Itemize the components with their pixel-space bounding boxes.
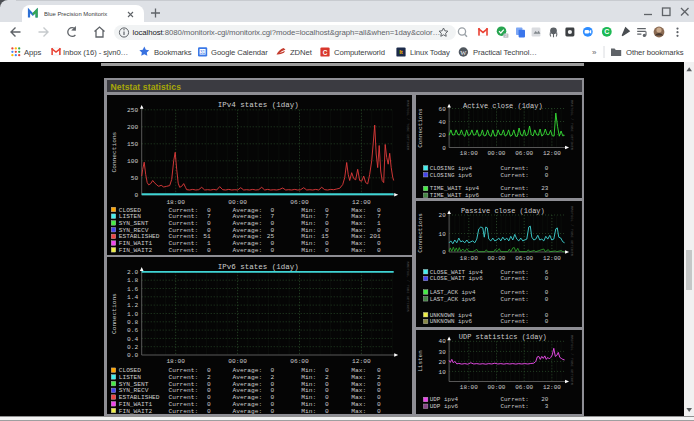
svg-text:Connections: Connections — [417, 108, 424, 148]
svg-text:50: 50 — [131, 175, 139, 182]
svg-text:0.2: 0.2 — [127, 344, 138, 351]
svg-text:0: 0 — [545, 318, 549, 325]
svg-text:12:00: 12:00 — [543, 384, 561, 391]
svg-text:TIME_WAIT ipv6: TIME_WAIT ipv6 — [430, 192, 480, 198]
svg-text:Min:: Min: — [301, 408, 316, 414]
svg-text:12:00: 12:00 — [352, 359, 371, 366]
svg-text:30: 30 — [439, 349, 447, 356]
svg-text:C: C — [323, 49, 328, 56]
svg-text:Current:: Current: — [501, 296, 529, 303]
svg-text:100: 100 — [127, 158, 138, 165]
svg-text:Min:: Min: — [301, 247, 316, 254]
svg-text:00:00: 00:00 — [228, 359, 247, 366]
svg-text:18:00: 18:00 — [460, 255, 478, 262]
svg-text:CLOSE_WAIT ipv6: CLOSE_WAIT ipv6 — [430, 275, 483, 282]
svg-text:0: 0 — [134, 192, 138, 199]
svg-text:0: 0 — [545, 172, 549, 179]
svg-text:Average:: Average: — [232, 408, 262, 414]
svg-text:CLOSING ipv6: CLOSING ipv6 — [430, 172, 473, 179]
svg-text:20: 20 — [439, 132, 447, 139]
svg-text:UDP statistics (1day): UDP statistics (1day) — [459, 333, 547, 341]
svg-text:0.0: 0.0 — [127, 353, 138, 360]
svg-text:06:00: 06:00 — [515, 255, 533, 262]
svg-text:lt: lt — [399, 49, 403, 55]
svg-text:RRDTOOL / TOBI OETIKER: RRDTOOL / TOBI OETIKER — [406, 262, 410, 313]
svg-text:20: 20 — [439, 212, 447, 219]
svg-text:IPv4 states (1day): IPv4 states (1day) — [217, 101, 298, 109]
svg-text:0: 0 — [325, 408, 329, 414]
svg-text:1.8: 1.8 — [127, 278, 138, 285]
svg-text:0: 0 — [325, 247, 329, 254]
svg-text:Connections: Connections — [110, 293, 117, 334]
svg-text:31: 31 — [200, 50, 206, 55]
svg-text:06:00: 06:00 — [290, 199, 309, 206]
svg-text:00:00: 00:00 — [488, 255, 506, 262]
svg-text:Current:: Current: — [501, 192, 529, 198]
svg-text:0: 0 — [442, 249, 446, 256]
svg-text:Connections: Connections — [417, 213, 424, 253]
svg-text:10: 10 — [439, 369, 447, 376]
svg-text:0: 0 — [377, 408, 381, 414]
svg-text:1.2: 1.2 — [127, 303, 138, 310]
svg-text:FIN_WAIT2: FIN_WAIT2 — [118, 408, 152, 414]
svg-text:Current:: Current: — [501, 172, 529, 179]
svg-text:2.0: 2.0 — [127, 269, 138, 276]
svg-text:0.4: 0.4 — [127, 336, 138, 343]
svg-text:250: 250 — [127, 107, 138, 114]
svg-text:18:00: 18:00 — [460, 150, 478, 157]
svg-text:IPv6 states (1day): IPv6 states (1day) — [217, 264, 298, 272]
svg-text:RRDTOOL / TOBI OETIKER: RRDTOOL / TOBI OETIKER — [570, 206, 574, 257]
svg-text:0.8: 0.8 — [127, 319, 138, 326]
svg-text:3: 3 — [545, 403, 549, 410]
svg-text:RRDTOOL / TOBI OETIKER: RRDTOOL / TOBI OETIKER — [570, 335, 574, 386]
svg-text:10: 10 — [439, 231, 447, 238]
svg-text:06:00: 06:00 — [290, 359, 309, 366]
svg-text:0: 0 — [545, 192, 549, 198]
svg-text:12:00: 12:00 — [543, 150, 561, 157]
svg-text:0: 0 — [207, 408, 211, 414]
svg-text:200: 200 — [127, 124, 138, 131]
svg-text:UDP ipv6: UDP ipv6 — [430, 403, 459, 410]
svg-text:Current:: Current: — [501, 318, 529, 325]
svg-text:1.4: 1.4 — [127, 294, 138, 301]
svg-text:20: 20 — [439, 359, 447, 366]
svg-text:0: 0 — [545, 296, 549, 303]
svg-text:0.6: 0.6 — [127, 328, 138, 335]
svg-text:1.6: 1.6 — [127, 286, 138, 293]
svg-text:Max:: Max: — [351, 247, 366, 254]
svg-text:LAST_ACK ipv6: LAST_ACK ipv6 — [430, 296, 476, 303]
svg-text:Average:: Average: — [232, 247, 262, 254]
svg-text:12:00: 12:00 — [543, 255, 561, 262]
svg-text:Passive close (1day): Passive close (1day) — [461, 207, 545, 215]
svg-text:UNKNOWN ipv6: UNKNOWN ipv6 — [430, 318, 473, 325]
svg-text:Current:: Current: — [501, 275, 529, 282]
svg-text:40: 40 — [439, 338, 447, 345]
svg-text:Current:: Current: — [501, 403, 529, 410]
svg-text:06:00: 06:00 — [515, 150, 533, 157]
svg-text:0: 0 — [545, 275, 549, 282]
svg-text:RRDTOOL / TOBI OETIKER: RRDTOOL / TOBI OETIKER — [570, 100, 574, 151]
svg-text:12:00: 12:00 — [352, 199, 371, 206]
svg-text:00:00: 00:00 — [488, 150, 506, 157]
svg-text:0: 0 — [207, 247, 211, 254]
svg-text:Connections: Connections — [110, 131, 117, 172]
svg-text:60: 60 — [439, 106, 447, 113]
svg-text:18:00: 18:00 — [460, 384, 478, 391]
svg-text:0: 0 — [270, 247, 274, 254]
svg-text:RRDTOOL / TOBI OETIKER: RRDTOOL / TOBI OETIKER — [406, 100, 410, 151]
svg-text:0: 0 — [377, 247, 381, 254]
svg-text:18:00: 18:00 — [166, 359, 185, 366]
svg-text:C: C — [604, 28, 609, 35]
svg-text:0: 0 — [270, 408, 274, 414]
svg-text:0: 0 — [442, 145, 446, 152]
svg-text:Current:: Current: — [168, 247, 198, 254]
svg-text:2: 2 — [505, 34, 507, 38]
svg-text:06:00: 06:00 — [515, 384, 533, 391]
svg-text:1.0: 1.0 — [127, 311, 138, 318]
svg-text:FIN_WAIT2: FIN_WAIT2 — [118, 247, 152, 254]
svg-text:150: 150 — [127, 141, 138, 148]
svg-text:00:00: 00:00 — [228, 199, 247, 206]
svg-text:Listen: Listen — [417, 350, 424, 372]
svg-text:»: » — [592, 48, 597, 57]
svg-text:18:00: 18:00 — [166, 199, 185, 206]
